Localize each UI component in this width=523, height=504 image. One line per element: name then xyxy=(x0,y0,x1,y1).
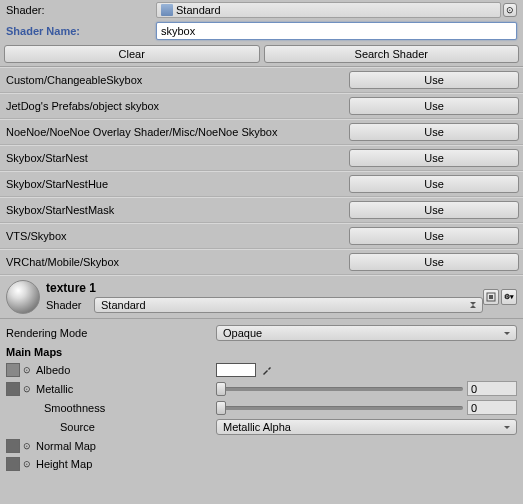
shader-field-value: Standard xyxy=(176,4,221,16)
main-maps-header: Main Maps xyxy=(6,346,216,358)
expand-icon[interactable]: ⊙ xyxy=(23,459,33,469)
material-shader-label: Shader xyxy=(46,299,90,311)
smoothness-label: Smoothness xyxy=(44,402,105,414)
shadername-label: Shader Name: xyxy=(6,25,156,37)
metallic-slider[interactable] xyxy=(216,387,463,391)
albedo-color-swatch[interactable] xyxy=(216,363,256,377)
metallic-label: Metallic xyxy=(36,383,73,395)
shader-result-row: JetDog's Prefabs/object skyboxUse xyxy=(0,93,523,119)
use-button[interactable]: Use xyxy=(349,149,519,167)
smoothness-slider[interactable] xyxy=(216,406,463,410)
use-button[interactable]: Use xyxy=(349,201,519,219)
shader-result-row: NoeNoe/NoeNoe Overlay Shader/Misc/NoeNoe… xyxy=(0,119,523,145)
shader-result-name: Custom/ChangeableSkybox xyxy=(4,74,349,86)
expand-icon[interactable]: ⊙ xyxy=(23,384,33,394)
shader-result-name: VRChat/Mobile/Skybox xyxy=(4,256,349,268)
source-dropdown[interactable]: Metallic Alpha xyxy=(216,419,517,435)
smoothness-value-field[interactable]: 0 xyxy=(467,400,517,415)
shader-label: Shader: xyxy=(6,4,156,16)
albedo-texture-slot[interactable] xyxy=(6,363,20,377)
shader-result-row: Custom/ChangeableSkyboxUse xyxy=(0,67,523,93)
shader-result-name: NoeNoe/NoeNoe Overlay Shader/Misc/NoeNoe… xyxy=(4,126,349,138)
shader-result-name: Skybox/StarNestHue xyxy=(4,178,349,190)
metallic-texture-slot[interactable] xyxy=(6,382,20,396)
use-button[interactable]: Use xyxy=(349,123,519,141)
material-shader-dropdown[interactable]: Standard xyxy=(94,297,483,313)
shader-result-row: Skybox/StarNestHueUse xyxy=(0,171,523,197)
material-name: texture 1 xyxy=(46,281,483,295)
svg-rect-1 xyxy=(489,295,493,299)
shader-picker-button[interactable]: ⊙ xyxy=(503,3,517,17)
clear-button[interactable]: Clear xyxy=(4,45,260,63)
shader-result-name: JetDog's Prefabs/object skybox xyxy=(4,100,349,112)
use-button[interactable]: Use xyxy=(349,227,519,245)
albedo-label: Albedo xyxy=(36,364,70,376)
shader-type-icon xyxy=(161,4,173,16)
metallic-value-field[interactable]: 0 xyxy=(467,381,517,396)
shader-result-name: Skybox/StarNest xyxy=(4,152,349,164)
use-button[interactable]: Use xyxy=(349,253,519,271)
shader-result-name: Skybox/StarNestMask xyxy=(4,204,349,216)
use-button[interactable]: Use xyxy=(349,175,519,193)
rendering-mode-dropdown[interactable]: Opaque xyxy=(216,325,517,341)
expand-icon[interactable]: ⊙ xyxy=(23,441,33,451)
slider-thumb[interactable] xyxy=(216,401,226,415)
shader-result-row: VRChat/Mobile/SkyboxUse xyxy=(0,249,523,275)
shader-result-name: VTS/Skybox xyxy=(4,230,349,242)
heightmap-texture-slot[interactable] xyxy=(6,457,20,471)
shader-name-input[interactable] xyxy=(156,22,517,40)
settings-gear-button[interactable]: ⚙▾ xyxy=(501,289,517,305)
shader-result-row: Skybox/StarNestMaskUse xyxy=(0,197,523,223)
heightmap-label: Height Map xyxy=(36,458,92,470)
normalmap-texture-slot[interactable] xyxy=(6,439,20,453)
use-button[interactable]: Use xyxy=(349,97,519,115)
shader-field[interactable]: Standard xyxy=(156,2,501,18)
shader-result-row: Skybox/StarNestUse xyxy=(0,145,523,171)
eyedropper-icon[interactable] xyxy=(260,363,274,377)
search-shader-button[interactable]: Search Shader xyxy=(264,45,520,63)
source-label: Source xyxy=(60,421,95,433)
shader-result-row: VTS/SkyboxUse xyxy=(0,223,523,249)
expand-icon[interactable]: ⊙ xyxy=(23,365,33,375)
material-preview-sphere xyxy=(6,280,40,314)
help-button[interactable] xyxy=(483,289,499,305)
rendering-mode-label: Rendering Mode xyxy=(6,327,216,339)
normalmap-label: Normal Map xyxy=(36,440,96,452)
slider-thumb[interactable] xyxy=(216,382,226,396)
use-button[interactable]: Use xyxy=(349,71,519,89)
